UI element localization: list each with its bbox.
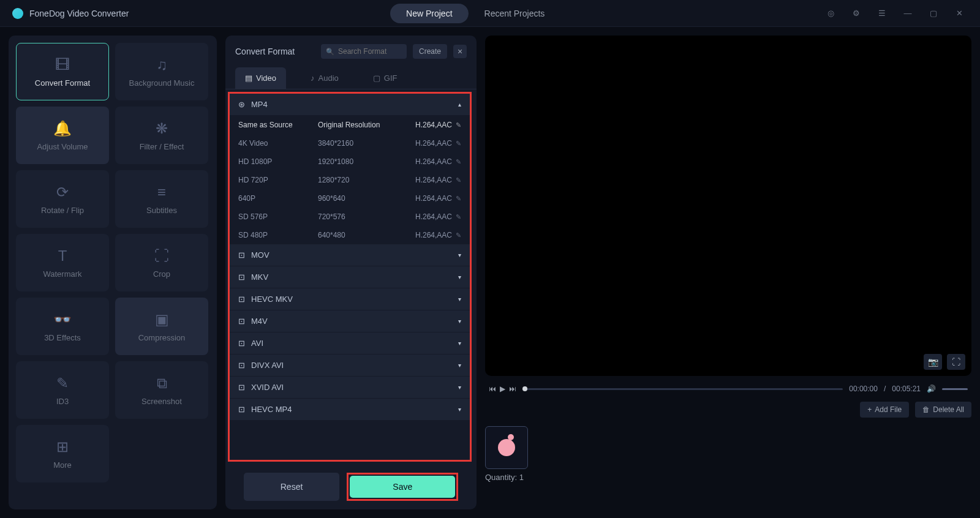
preset-row[interactable]: SD 480P640*480H.264,AAC✎ <box>230 226 470 244</box>
film-icon: ⊡ <box>238 339 245 348</box>
format-group-mp4[interactable]: ⊛MP4▴ <box>230 94 470 116</box>
add-file-button[interactable]: +Add File <box>860 402 909 418</box>
plus-icon: + <box>867 405 872 414</box>
preset-row[interactable]: 4K Video3840*2160H.264,AAC✎ <box>230 134 470 152</box>
tool-background-music[interactable]: ♫Background Music <box>115 43 208 100</box>
tool-label: Filter / Effect <box>140 142 184 151</box>
format-tab-gif[interactable]: ▢GIF <box>363 67 407 89</box>
chevron-down-icon: ▾ <box>458 296 461 302</box>
group-label: DIVX AVI <box>251 361 284 370</box>
tool-screenshot[interactable]: ⧉Screenshot <box>115 361 208 419</box>
format-group[interactable]: ⊡MOV▾ <box>230 244 470 266</box>
format-group[interactable]: ⊡HEVC MKV▾ <box>230 288 470 310</box>
progress-bar[interactable] <box>522 388 843 390</box>
group-label: HEVC MKV <box>251 295 293 304</box>
snapshot-button[interactable]: 📷 <box>924 354 942 370</box>
format-tab-audio[interactable]: ♪Audio <box>301 67 349 89</box>
save-button[interactable]: Save <box>350 476 455 498</box>
edit-icon[interactable]: ✎ <box>456 140 461 148</box>
time-current: 00:00:00 <box>849 385 878 393</box>
format-group[interactable]: ⊡MKV▾ <box>230 266 470 288</box>
format-group[interactable]: ⊡HEVC MP4▾ <box>230 399 470 421</box>
preset-row[interactable]: 640P960*640H.264,AAC✎ <box>230 189 470 208</box>
play-button[interactable]: ▶ <box>500 385 505 393</box>
edit-icon[interactable]: ✎ <box>456 121 461 129</box>
tool-watermark[interactable]: TWatermark <box>16 234 109 291</box>
next-button[interactable]: ⏭ <box>509 385 516 393</box>
format-group[interactable]: ⊡XVID AVI▾ <box>230 377 470 399</box>
fullscreen-button[interactable]: ⛶ <box>947 354 965 370</box>
mute-button[interactable]: 🔊 <box>927 385 936 393</box>
tab-new-project[interactable]: New Project <box>390 4 468 23</box>
tool-more[interactable]: ⊞More <box>16 425 109 482</box>
tool-adjust-volume[interactable]: 🔔Adjust Volume <box>16 107 109 164</box>
convert-icon: 🎞 <box>51 56 74 73</box>
file-thumbnail[interactable] <box>485 426 528 469</box>
tool-label: Rotate / Flip <box>41 206 84 215</box>
preset-codec: H.264,AAC✎ <box>410 194 461 203</box>
preset-name: HD 720P <box>238 176 318 184</box>
close-panel-button[interactable]: × <box>453 45 467 58</box>
tool-filter-effect[interactable]: ❋Filter / Effect <box>115 107 208 164</box>
account-icon[interactable]: ◎ <box>822 7 839 20</box>
compress-icon: ▣ <box>151 311 173 328</box>
preset-row[interactable]: HD 1080P1920*1080H.264,AAC✎ <box>230 152 470 171</box>
chevron-down-icon: ▾ <box>458 318 461 325</box>
tool-id3[interactable]: ✎ID3 <box>16 361 109 419</box>
tool-compression[interactable]: ▣Compression <box>115 298 208 355</box>
format-group[interactable]: ⊡AVI▾ <box>230 332 470 355</box>
format-group[interactable]: ⊡DIVX AVI▾ <box>230 355 470 377</box>
3d-icon: 👓 <box>51 311 74 328</box>
group-label: MKV <box>251 272 268 282</box>
tool-crop[interactable]: ⛶Crop <box>115 234 208 291</box>
tool-3d-effects[interactable]: 👓3D Effects <box>16 298 109 355</box>
film-icon: ⊡ <box>238 317 245 326</box>
subtitles-icon: ≡ <box>151 184 173 201</box>
rotate-icon: ⟳ <box>51 184 74 201</box>
format-tab-video[interactable]: ▤Video <box>235 67 286 89</box>
preset-name: SD 480P <box>238 231 318 239</box>
reset-button[interactable]: Reset <box>244 473 340 501</box>
edit-icon[interactable]: ✎ <box>456 195 461 203</box>
chevron-down-icon: ▾ <box>458 340 461 347</box>
tab-recent-projects[interactable]: Recent Projects <box>469 4 561 23</box>
preset-row[interactable]: Same as SourceOriginal ResolutionH.264,A… <box>230 116 470 134</box>
preset-row[interactable]: HD 720P1280*720H.264,AAC✎ <box>230 171 470 189</box>
tab-label: GIF <box>384 73 398 83</box>
maximize-button[interactable]: ▢ <box>925 7 942 20</box>
menu-icon[interactable]: ☰ <box>873 7 891 20</box>
delete-all-button[interactable]: 🗑Delete All <box>915 402 971 418</box>
edit-icon[interactable]: ✎ <box>456 231 461 239</box>
close-button[interactable]: ✕ <box>951 7 968 20</box>
search-format-input[interactable] <box>321 44 407 59</box>
tool-rotate-flip[interactable]: ⟳Rotate / Flip <box>16 170 109 228</box>
group-label: MP4 <box>251 100 268 109</box>
minimize-button[interactable]: — <box>899 7 916 20</box>
player-controls: ⏮ ▶ ⏭ 00:00:00 / 00:05:21 🔊 <box>485 382 971 396</box>
chevron-up-icon: ▴ <box>458 101 461 108</box>
app-title: FoneDog Video Converter <box>29 9 129 18</box>
video-preview[interactable]: 📷 ⛶ <box>485 36 971 376</box>
tool-convert-format[interactable]: 🎞Convert Format <box>16 43 109 100</box>
format-group[interactable]: ⊡M4V▾ <box>230 310 470 332</box>
create-button[interactable]: Create <box>413 44 447 59</box>
tool-label: 3D Effects <box>44 333 81 342</box>
edit-icon[interactable]: ✎ <box>456 176 461 184</box>
edit-icon[interactable]: ✎ <box>456 213 461 221</box>
preset-row[interactable]: SD 576P720*576H.264,AAC✎ <box>230 208 470 226</box>
prev-button[interactable]: ⏮ <box>489 385 496 393</box>
trash-icon: 🗑 <box>922 405 930 414</box>
settings-icon[interactable]: ⚙ <box>848 7 865 20</box>
tool-label: Convert Format <box>35 78 90 88</box>
tool-label: ID3 <box>56 397 69 406</box>
tools-sidebar: 🎞Convert Format ♫Background Music 🔔Adjus… <box>9 36 217 509</box>
more-icon: ⊞ <box>51 438 74 456</box>
preset-name: SD 576P <box>238 212 318 221</box>
preset-codec: H.264,AAC✎ <box>410 139 461 148</box>
volume-slider[interactable] <box>942 388 968 390</box>
tab-label: Audio <box>318 73 339 83</box>
group-label: XVID AVI <box>251 383 284 392</box>
tool-subtitles[interactable]: ≡Subtitles <box>115 170 208 228</box>
music-icon: ♫ <box>151 56 173 73</box>
edit-icon[interactable]: ✎ <box>456 158 461 166</box>
